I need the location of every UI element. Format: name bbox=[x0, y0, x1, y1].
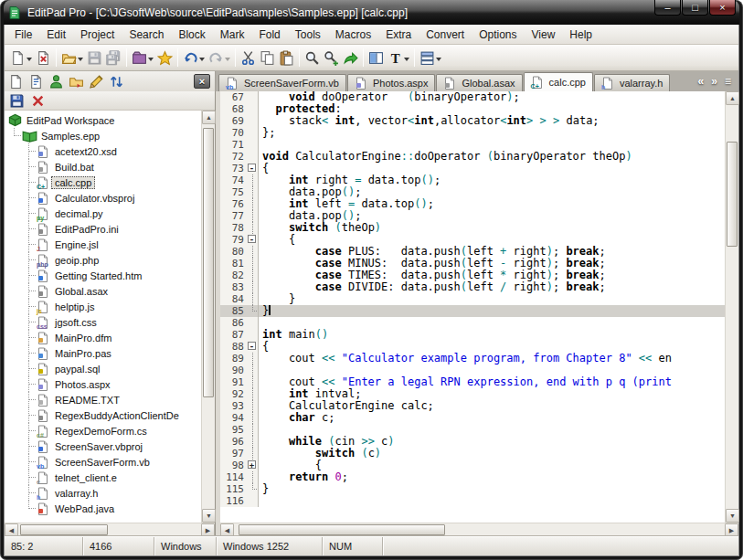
menu-file[interactable]: File bbox=[7, 26, 39, 44]
tree-item-screensaverform-vb[interactable]: vbScreenSaverForm.vb bbox=[5, 454, 201, 470]
code-line-98[interactable]: 98+ { bbox=[220, 460, 725, 471]
tab-list-button[interactable]: ≡ bbox=[721, 75, 735, 88]
tree-item-samples-epp[interactable]: Samples.epp bbox=[5, 128, 201, 143]
tree-item-paypal-sql[interactable]: paypal.sql bbox=[5, 361, 201, 376]
split-view-button[interactable] bbox=[366, 47, 386, 69]
fold-expand-icon[interactable]: + bbox=[248, 460, 256, 469]
tree-scrollbar-thumb[interactable] bbox=[203, 128, 214, 397]
tree-item-engine-jsl[interactable]: JEngine.jsl bbox=[5, 237, 201, 252]
close-button[interactable]: × bbox=[709, 0, 736, 16]
text-format-button[interactable]: T bbox=[386, 47, 411, 69]
tab-calc-cpp[interactable]: C+calc.cpp bbox=[524, 72, 593, 91]
tree-vertical-scrollbar[interactable]: ▲ ▼ bbox=[201, 111, 215, 523]
fold-collapse-icon[interactable]: - bbox=[248, 164, 256, 172]
go-to-button[interactable] bbox=[341, 47, 360, 69]
code-line-95[interactable]: 95 bbox=[220, 424, 725, 436]
search-button[interactable] bbox=[303, 47, 322, 69]
tree-item-telnet-client-e[interactable]: etelnet_client.e bbox=[5, 470, 201, 485]
code-line-115[interactable]: 115} bbox=[220, 483, 725, 495]
code-line-85[interactable]: 85} bbox=[220, 305, 725, 317]
tree-horizontal-scrollbar[interactable]: ◀ ▶ bbox=[5, 523, 215, 536]
menu-fold[interactable]: Fold bbox=[251, 26, 287, 44]
browse-files-button[interactable] bbox=[418, 47, 443, 69]
menu-macros[interactable]: Macros bbox=[328, 26, 378, 44]
code-line-84[interactable]: 84 } bbox=[220, 293, 725, 305]
copy-button[interactable] bbox=[258, 47, 277, 69]
minimize-button[interactable]: – bbox=[654, 0, 681, 16]
favorites-button[interactable] bbox=[155, 47, 175, 69]
tree-item-build-bat[interactable]: Build.bat bbox=[5, 159, 201, 174]
code-line-77[interactable]: 77 data.pop(); bbox=[220, 210, 725, 222]
menu-extra[interactable]: Extra bbox=[378, 26, 419, 44]
code-line-78[interactable]: 78 switch (theOp) bbox=[220, 222, 725, 234]
tree-item-jgsoft-css[interactable]: cssjgsoft.css bbox=[5, 314, 201, 330]
search-next-button[interactable] bbox=[322, 47, 341, 69]
code-line-74[interactable]: 74 int right = data.top(); bbox=[220, 174, 725, 186]
tree-item-calculator-vbsproj[interactable]: Calculator.vbsproj bbox=[5, 190, 201, 206]
code-line-68[interactable]: 68 protected: bbox=[220, 103, 725, 115]
code-editor[interactable]: 67 void doOperator (binaryOperator);68 p… bbox=[220, 91, 725, 523]
scroll-left-button[interactable]: ◀ bbox=[5, 523, 18, 537]
tree-hscrollbar-track[interactable] bbox=[18, 523, 201, 536]
menu-mark[interactable]: Mark bbox=[213, 26, 252, 44]
code-line-87[interactable]: 87int main() bbox=[220, 329, 725, 341]
code-line-75[interactable]: 75 data.pop(); bbox=[220, 186, 725, 198]
menu-convert[interactable]: Convert bbox=[419, 26, 472, 44]
tree-item-geoip-php[interactable]: phpgeoip.php bbox=[5, 252, 201, 268]
code-line-89[interactable]: 89 cout << "Calculator example program, … bbox=[220, 353, 725, 365]
scroll-left-button[interactable]: ◀ bbox=[220, 523, 234, 537]
tree-item-acetext20-xsd[interactable]: acetext20.xsd bbox=[5, 143, 201, 159]
menu-help[interactable]: Help bbox=[562, 26, 600, 44]
close-red-button[interactable] bbox=[28, 90, 48, 111]
fold-collapse-icon[interactable]: - bbox=[248, 342, 256, 350]
tree-item-readme-txt[interactable]: README.TXT bbox=[5, 392, 201, 407]
save-all-button[interactable] bbox=[104, 47, 123, 69]
open-folder-button[interactable] bbox=[59, 47, 85, 69]
tree-item-valarray-h[interactable]: hvalarray.h bbox=[5, 485, 201, 501]
code-line-91[interactable]: 91 cout << "Enter a legal RPN expression… bbox=[220, 376, 725, 388]
menu-options[interactable]: Options bbox=[472, 26, 524, 44]
menu-block[interactable]: Block bbox=[171, 26, 212, 44]
code-line-92[interactable]: 92 int intval; bbox=[220, 388, 725, 400]
code-line-73[interactable]: 73-{ bbox=[220, 163, 725, 174]
code-line-93[interactable]: 93 CalculatorEngine calc; bbox=[220, 400, 725, 412]
code-line-69[interactable]: 69 stack< int, vector<int,allocator<int>… bbox=[220, 115, 725, 127]
code-line-82[interactable]: 82 case TIMES: data.push(left * right); … bbox=[220, 269, 725, 281]
tree-item-regexbuddyactionclientde[interactable]: RegexBuddyActionClientDe bbox=[5, 407, 201, 423]
code-line-116[interactable]: 116 bbox=[220, 495, 725, 507]
tree-item-regexdemoform-cs[interactable]: c#RegexDemoForm.cs bbox=[5, 423, 201, 438]
code-line-67[interactable]: 67 void doOperator (binaryOperator); bbox=[220, 91, 725, 103]
tree-item-mainpro-pas[interactable]: MainPro.pas bbox=[5, 345, 201, 361]
code-line-97[interactable]: 97 switch (c) bbox=[220, 448, 725, 460]
menu-search[interactable]: Search bbox=[122, 26, 171, 44]
edit-button[interactable] bbox=[87, 70, 106, 92]
code-line-88[interactable]: 88-{ bbox=[220, 341, 725, 353]
code-line-72[interactable]: 72void CalculatorEngine::doOperator (bin… bbox=[220, 151, 725, 163]
scroll-down-button[interactable]: ▼ bbox=[726, 509, 739, 523]
scroll-right-button[interactable]: ▶ bbox=[201, 523, 215, 537]
editor-horizontal-scrollbar[interactable]: ◀ ▶ bbox=[220, 523, 738, 536]
code-line-79[interactable]: 79- { bbox=[220, 234, 725, 246]
tree-hscrollbar-thumb[interactable] bbox=[20, 524, 108, 535]
code-line-94[interactable]: 94 char c; bbox=[220, 412, 725, 424]
redo-button[interactable] bbox=[207, 47, 232, 69]
tree-item-global-asax[interactable]: Global.asax bbox=[5, 283, 201, 299]
close-file-button[interactable] bbox=[34, 47, 53, 69]
scroll-right-button[interactable]: ▶ bbox=[725, 523, 738, 537]
maximize-button[interactable]: □ bbox=[682, 0, 708, 16]
editor-vertical-scrollbar[interactable]: ▲ ▼ bbox=[725, 91, 738, 523]
paste-button[interactable] bbox=[277, 47, 296, 69]
tree-item-decimal-py[interactable]: pydecimal.py bbox=[5, 206, 201, 221]
tree-item-mainpro-dfm[interactable]: MainPro.dfm bbox=[5, 330, 201, 345]
code-line-90[interactable]: 90 bbox=[220, 365, 725, 376]
save-button[interactable] bbox=[85, 47, 104, 69]
scroll-up-button[interactable]: ▲ bbox=[202, 111, 216, 124]
menu-edit[interactable]: Edit bbox=[39, 26, 73, 44]
tree-item-getting-started-htm[interactable]: Getting Started.htm bbox=[5, 268, 201, 283]
code-line-70[interactable]: 70}; bbox=[220, 127, 725, 139]
tab-screensaverform-vb[interactable]: vbScreenSaverForm.vb bbox=[218, 74, 346, 91]
tree-item-helptip-js[interactable]: jshelptip.js bbox=[5, 299, 201, 314]
tree-item-webpad-java[interactable]: WebPad.java bbox=[5, 501, 201, 516]
title-bar[interactable]: EditPad Pro - [C:\JGsoftWeb\source\EditP… bbox=[4, 0, 739, 25]
project-folder-button[interactable] bbox=[130, 47, 155, 69]
